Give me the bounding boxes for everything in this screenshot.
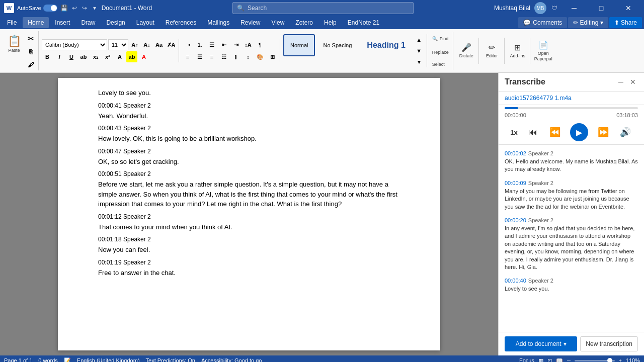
add-to-document-button[interactable]: Add to document ▾ [505,336,577,351]
align-right-button[interactable]: ≡ [206,51,217,62]
decrease-indent-button[interactable]: ⇤ [218,39,229,50]
transcript-time[interactable]: 00:00:09 [505,180,526,186]
superscript-button[interactable]: x² [102,51,113,62]
plus-zoom-button[interactable]: + [619,358,622,363]
forward-button[interactable]: ⏩ [596,125,610,139]
replace-button[interactable]: Replace [430,47,451,58]
zoom-slider[interactable] [575,360,615,361]
italic-button[interactable]: I [54,51,65,62]
change-case-button[interactable]: Aa [153,39,165,50]
user-avatar[interactable]: MB [534,2,546,14]
share-button[interactable]: ⬆ Share [609,17,642,28]
menu-draw[interactable]: Draw [76,17,100,28]
menu-file[interactable]: File [2,17,22,28]
styles-scroll-down[interactable]: ▼ [414,45,425,56]
select-button[interactable]: Select [430,59,447,70]
underline-button[interactable]: U [66,51,77,62]
styles-scroll-up[interactable]: ▲ [414,34,425,45]
editor-button[interactable]: ✏ Editor [482,38,502,64]
clear-format-button[interactable]: ✗A [166,39,177,50]
copy-button[interactable]: ⎘ [25,46,36,57]
minimize-button[interactable]: ─ [562,0,586,16]
more-icon[interactable]: ▾ [91,4,99,12]
style-nospace[interactable]: No Spacing [316,34,359,56]
focus-button[interactable]: Focus [519,357,534,362]
play-button[interactable]: ▶ [570,123,588,141]
save-icon[interactable]: 💾 [60,4,68,12]
editing-button[interactable]: ✏ Editing ▾ [568,17,608,28]
sort-button[interactable]: ↕A [243,39,254,50]
styles-more[interactable]: ▾ [414,56,425,67]
audio-file-name[interactable]: audio1572664779 1.m4a [499,92,644,105]
menu-home[interactable]: Home [23,17,49,28]
bullets-button[interactable]: ≡• [182,39,193,50]
comments-button[interactable]: 💬 Comments [518,17,567,28]
rewind-start-button[interactable]: ⏮ [526,125,540,139]
shading-button[interactable]: 🎨 [255,51,266,62]
menu-references[interactable]: References [160,17,201,28]
autosave-toggle[interactable] [43,5,57,12]
undo-icon[interactable]: ↩ [70,4,78,12]
menu-zotero[interactable]: Zotero [290,17,318,28]
menu-mailings[interactable]: Mailings [202,17,234,28]
dictate-button[interactable]: 🎤 Dictate [456,38,476,64]
close-button[interactable]: ✕ [617,0,640,16]
multilevel-button[interactable]: ☰ [206,39,217,50]
menu-endnote[interactable]: EndNote 21 [343,17,384,28]
playback-speed[interactable]: 1x [510,129,517,136]
transcript-time[interactable]: 00:00:40 [505,278,526,284]
show-formatting-button[interactable]: ¶ [255,39,266,50]
increase-indent-button[interactable]: ⇥ [230,39,242,50]
web-layout-icon[interactable]: ⊡ [547,357,552,363]
numbering-button[interactable]: 1. [194,39,205,50]
menu-help[interactable]: Help [319,17,342,28]
menu-design[interactable]: Design [101,17,130,28]
style-heading1[interactable]: Heading 1 [360,34,412,56]
new-transcription-button[interactable]: New transcription [580,336,638,351]
search-bar[interactable]: 🔍 Search [232,2,414,14]
cut-button[interactable]: ✂ [25,33,36,44]
addins-button[interactable]: ⊞ Add-ins [508,38,528,64]
progress-bar[interactable] [505,107,638,109]
minus-zoom-button[interactable]: ─ [567,358,571,363]
columns-button[interactable]: ⫿ [230,51,242,62]
transcript-time[interactable]: 00:00:20 [505,217,526,223]
paste-button[interactable]: 📋 Paste [4,31,24,57]
find-button[interactable]: 🔍 Find [430,32,451,46]
select-label: Select [432,62,445,67]
borders-button[interactable]: ⊞ [267,51,278,62]
strikethrough-button[interactable]: ab [78,51,89,62]
read-mode-icon[interactable]: 📖 [556,357,563,363]
menu-insert[interactable]: Insert [50,17,75,28]
decrease-font-button[interactable]: A↓ [141,39,152,50]
transcribe-close-button[interactable]: ✕ [628,77,638,87]
page-container[interactable]: Lovely to see you.00:00:41 Speaker 2Yeah… [0,73,498,355]
align-center-button[interactable]: ☰ [194,51,205,62]
format-painter-button[interactable]: 🖌 [25,59,36,70]
open-paperpal-button[interactable]: 📄 OpenPaperpal [533,38,553,64]
menu-review[interactable]: Review [235,17,265,28]
transcript-time[interactable]: 00:00:02 [505,150,526,156]
document-page[interactable]: Lovely to see you.00:00:41 Speaker 2Yeah… [58,78,440,350]
volume-button[interactable]: 🔊 [618,125,632,139]
menu-view[interactable]: View [267,17,290,28]
text-highlight-button[interactable]: ab [126,51,137,62]
justify-button[interactable]: ☷ [218,51,229,62]
subscript-button[interactable]: x₂ [90,51,101,62]
line-spacing-button[interactable]: ↕ [243,51,254,62]
print-layout-icon[interactable]: ▦ [538,357,543,363]
menu-layout[interactable]: Layout [131,17,159,28]
transcribe-minimize-button[interactable]: ─ [616,77,626,87]
text-effects-button[interactable]: A [114,51,125,62]
font-size-select[interactable]: 11 [108,39,128,50]
font-color-button[interactable]: A [138,51,149,62]
redo-icon[interactable]: ↪ [80,4,89,12]
font-name-select[interactable]: Calibri (Body) [42,39,107,50]
increase-font-button[interactable]: A↑ [129,39,140,50]
bold-button[interactable]: B [42,51,53,62]
style-normal[interactable]: Normal [283,34,315,56]
rewind-button[interactable]: ⏪ [548,125,562,139]
zoom-level[interactable]: 110% [626,357,640,362]
restore-button[interactable]: □ [590,0,613,16]
align-left-button[interactable]: ≡ [182,51,193,62]
